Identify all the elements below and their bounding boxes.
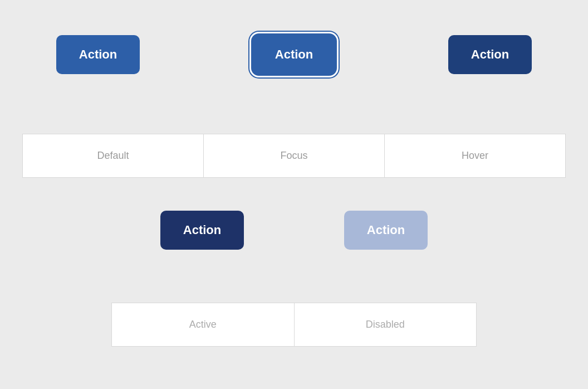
label-default: Default (22, 134, 203, 178)
col-hover: Action (392, 35, 588, 74)
action-button-disabled: Action (344, 211, 428, 250)
action-button-active[interactable]: Action (160, 211, 244, 250)
col-disabled: Action (344, 211, 428, 250)
action-button-default[interactable]: Action (56, 35, 140, 74)
label-active: Active (111, 303, 294, 347)
main-canvas: Action Action Action Default Focus Hover… (0, 0, 588, 389)
action-button-focus[interactable]: Action (251, 33, 337, 76)
col-active: Action (160, 211, 244, 250)
col-focus: Action (196, 33, 392, 76)
button-row-1: Action Action Action (0, 33, 588, 76)
label-row-2: Active Disabled (111, 303, 477, 347)
button-row-2: Action Action (0, 211, 588, 250)
label-disabled: Disabled (294, 303, 477, 347)
action-button-hover[interactable]: Action (448, 35, 532, 74)
label-row-1: Default Focus Hover (22, 134, 566, 178)
label-hover: Hover (384, 134, 566, 178)
label-focus: Focus (203, 134, 384, 178)
col-default: Action (0, 35, 196, 74)
